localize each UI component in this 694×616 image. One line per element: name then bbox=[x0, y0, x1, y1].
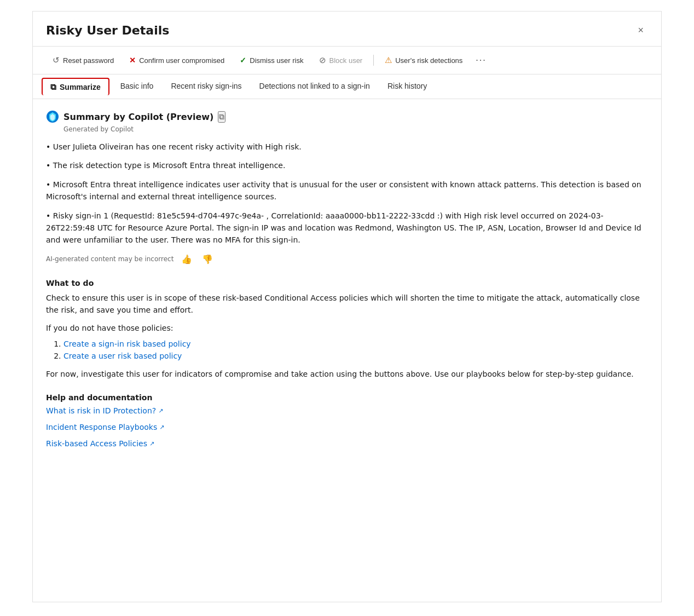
dismiss-risk-icon bbox=[240, 56, 246, 65]
more-options-button[interactable]: ··· bbox=[471, 52, 490, 68]
ai-notice: AI-generated content may be incorrect 👍 … bbox=[46, 253, 648, 266]
risky-user-details-panel: Risky User Details × Reset password Conf… bbox=[32, 11, 662, 602]
what-to-do-desc3: For now, investigate this user for indic… bbox=[46, 368, 648, 380]
confirm-compromised-icon bbox=[129, 56, 136, 65]
what-is-risk-link[interactable]: What is risk in ID Protection? ↗ bbox=[46, 406, 648, 415]
external-link-icon-3: ↗ bbox=[149, 440, 154, 447]
toolbar-separator bbox=[373, 55, 374, 66]
toolbar: Reset password Confirm user compromised … bbox=[33, 47, 661, 74]
summary-bullet-4: Risky sign-in 1 (RequestId: 81e5c594-d70… bbox=[46, 210, 648, 246]
risk-based-access-link[interactable]: Risk-based Access Policies ↗ bbox=[46, 439, 648, 448]
summary-content: User Julieta Oliveiran has one recent ri… bbox=[46, 141, 648, 246]
thumbs-down-button[interactable]: 👎 bbox=[200, 253, 215, 266]
main-content: Summary by Copilot (Preview) ⧉ Generated… bbox=[33, 99, 661, 467]
tab-summarize[interactable]: ⧉ Summarize bbox=[42, 78, 109, 95]
what-to-do-section: What to do Check to ensure this user is … bbox=[46, 279, 648, 381]
copilot-title: Summary by Copilot (Preview) bbox=[63, 112, 213, 122]
panel-title: Risky User Details bbox=[46, 24, 169, 37]
external-link-icon-2: ↗ bbox=[159, 424, 164, 431]
dismiss-risk-button[interactable]: Dismiss user risk bbox=[233, 53, 310, 68]
block-user-icon bbox=[319, 55, 326, 65]
tab-detections[interactable]: Detections not linked to a sign-in bbox=[251, 74, 379, 99]
tab-recent-sign-ins[interactable]: Recent risky sign-ins bbox=[162, 74, 250, 99]
create-sign-in-policy-link[interactable]: Create a sign-in risk based policy bbox=[63, 339, 191, 348]
external-link-icon-1: ↗ bbox=[158, 407, 163, 414]
tab-risk-history[interactable]: Risk history bbox=[379, 74, 436, 99]
incident-response-link[interactable]: Incident Response Playbooks ↗ bbox=[46, 423, 648, 431]
reset-password-button[interactable]: Reset password bbox=[46, 52, 120, 68]
what-to-do-title: What to do bbox=[46, 279, 648, 287]
summarize-icon: ⧉ bbox=[50, 82, 56, 92]
copy-button[interactable]: ⧉ bbox=[218, 111, 225, 123]
tab-basic-info[interactable]: Basic info bbox=[112, 74, 163, 99]
what-to-do-desc2: If you do not have those policies: bbox=[46, 322, 648, 334]
summary-bullet-1: User Julieta Oliveiran has one recent ri… bbox=[46, 141, 648, 153]
close-button[interactable]: × bbox=[633, 22, 648, 38]
create-user-policy-link[interactable]: Create a user risk based policy bbox=[63, 352, 182, 360]
risk-detections-button[interactable]: User's risk detections bbox=[378, 52, 469, 68]
thumbs-up-button[interactable]: 👍 bbox=[179, 253, 194, 266]
summary-bullet-3: Microsoft Entra threat intelligence indi… bbox=[46, 179, 648, 203]
reset-password-icon bbox=[53, 55, 60, 65]
tabs-container: ⧉ Summarize Basic info Recent risky sign… bbox=[33, 74, 661, 99]
help-title: Help and documentation bbox=[46, 393, 648, 402]
summary-bullet-2: The risk detection type is Microsoft Ent… bbox=[46, 159, 648, 171]
generated-by-label: Generated by Copilot bbox=[63, 125, 648, 133]
confirm-compromised-button[interactable]: Confirm user compromised bbox=[123, 53, 231, 68]
copilot-icon bbox=[46, 110, 59, 123]
block-user-button[interactable]: Block user bbox=[313, 52, 369, 68]
ai-notice-text: AI-generated content may be incorrect bbox=[46, 255, 174, 263]
copilot-header: Summary by Copilot (Preview) ⧉ bbox=[46, 110, 648, 123]
what-to-do-desc1: Check to ensure this user is in scope of… bbox=[46, 292, 648, 316]
warning-icon bbox=[385, 55, 392, 65]
policy-list-item-2: Create a user risk based policy bbox=[63, 352, 648, 360]
help-section: Help and documentation What is risk in I… bbox=[46, 393, 648, 448]
policy-list-item-1: Create a sign-in risk based policy bbox=[63, 339, 648, 348]
panel-header: Risky User Details × bbox=[33, 11, 661, 47]
policy-list: Create a sign-in risk based policy Creat… bbox=[63, 339, 648, 360]
copilot-section: Summary by Copilot (Preview) ⧉ Generated… bbox=[46, 110, 648, 266]
